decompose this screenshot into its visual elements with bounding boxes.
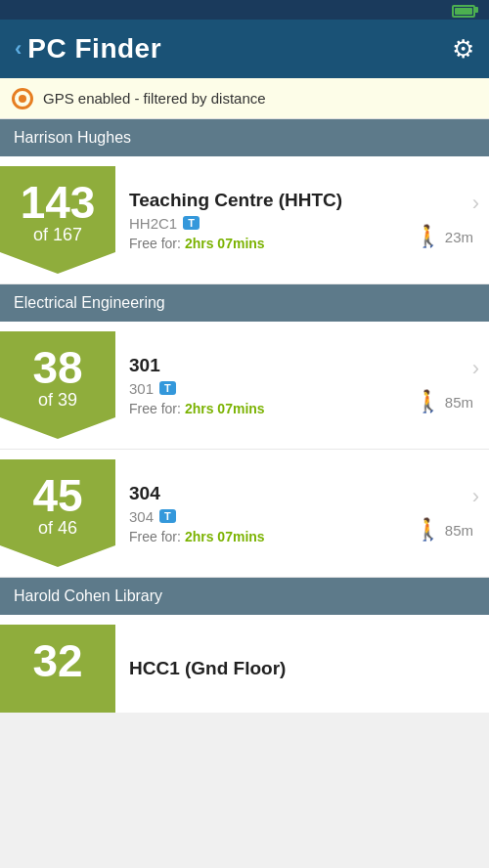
location-card-304[interactable]: 45 of 46 304 304 T Free for: 2hrs 07mins…	[0, 450, 489, 578]
distance-text-hhtc: 23m	[445, 229, 473, 245]
card-code-hhtc: HH2C1	[129, 215, 177, 232]
chevron-right-icon-301: ›	[472, 356, 479, 381]
card-distance-304: 🚶 85m	[415, 517, 473, 542]
free-row-304: Free for: 2hrs 07mins	[129, 529, 415, 544]
status-bar	[0, 0, 489, 20]
chevron-right-icon-hhtc: ›	[472, 191, 479, 216]
free-label-304: Free for:	[129, 529, 181, 544]
card-name-hcc1: HCC1 (Gnd Floor)	[129, 658, 286, 678]
gps-icon	[12, 88, 33, 109]
card-name-304: 304	[129, 483, 415, 504]
count-badge-304: 45 of 46	[0, 459, 115, 567]
tag-t-hhtc: T	[183, 216, 200, 230]
back-button[interactable]: ‹	[15, 36, 22, 62]
card-code-row-hhtc: HH2C1 T	[129, 215, 415, 232]
card-info-hcc1: HCC1 (Gnd Floor)	[129, 658, 479, 679]
header-left: ‹ PC Finder	[15, 33, 161, 65]
section-header-electrical-engineering: Electrical Engineering	[0, 284, 489, 322]
free-time-301: 2hrs 07mins	[185, 401, 265, 416]
gps-status-bar: GPS enabled - filtered by distance	[0, 78, 489, 119]
free-time-304: 2hrs 07mins	[185, 529, 265, 544]
card-name-301: 301	[129, 355, 415, 376]
section-title-electrical-engineering: Electrical Engineering	[14, 294, 165, 312]
free-row-301: Free for: 2hrs 07mins	[129, 401, 415, 416]
walk-icon-301: 🚶	[415, 389, 441, 414]
count-main-hhtc: 143	[21, 180, 96, 225]
card-distance-301: 🚶 85m	[415, 389, 473, 414]
app-header: ‹ PC Finder ⚙	[0, 20, 489, 78]
card-right-304: › 🚶 85m	[415, 484, 479, 542]
battery-indicator	[452, 4, 479, 17]
card-info-304: 304 304 T Free for: 2hrs 07mins	[129, 483, 415, 544]
count-badge-301: 38 of 39	[0, 331, 115, 439]
card-info-hhtc: Teaching Centre (HHTC) HH2C1 T Free for:…	[129, 190, 415, 251]
free-label-301: Free for:	[129, 401, 181, 416]
card-right-301: › 🚶 85m	[415, 356, 479, 414]
section-title-harrison-hughes: Harrison Hughes	[14, 129, 131, 147]
walk-icon-304: 🚶	[415, 517, 441, 542]
distance-text-301: 85m	[445, 394, 473, 411]
location-card-hcc1[interactable]: 32 HCC1 (Gnd Floor)	[0, 615, 489, 713]
count-sub-301: of 39	[38, 390, 77, 411]
count-main-hcc1: 32	[32, 638, 82, 683]
card-right-hhtc: › 🚶 23m	[415, 191, 479, 249]
app-title: PC Finder	[27, 33, 161, 65]
gps-text: GPS enabled - filtered by distance	[43, 90, 266, 107]
count-badge-hcc1: 32	[0, 625, 115, 713]
card-distance-hhtc: 🚶 23m	[415, 224, 473, 249]
card-info-301: 301 301 T Free for: 2hrs 07mins	[129, 355, 415, 416]
section-header-harold-cohen: Harold Cohen Library	[0, 578, 489, 615]
walk-icon-hhtc: 🚶	[415, 224, 441, 249]
tag-t-304: T	[159, 509, 176, 523]
location-card-301[interactable]: 38 of 39 301 301 T Free for: 2hrs 07mins…	[0, 322, 489, 450]
card-code-304: 304	[129, 508, 154, 525]
location-card-hhtc[interactable]: 143 of 167 Teaching Centre (HHTC) HH2C1 …	[0, 156, 489, 284]
count-sub-304: of 46	[38, 518, 77, 539]
free-time-hhtc: 2hrs 07mins	[185, 236, 265, 251]
free-row-hhtc: Free for: 2hrs 07mins	[129, 236, 415, 251]
count-main-304: 45	[32, 473, 82, 518]
card-name-hhtc: Teaching Centre (HHTC)	[129, 190, 415, 211]
card-code-301: 301	[129, 380, 154, 397]
chevron-right-icon-304: ›	[472, 484, 479, 509]
settings-gear-icon[interactable]: ⚙	[452, 34, 474, 65]
section-header-harrison-hughes: Harrison Hughes	[0, 119, 489, 156]
count-main-301: 38	[32, 345, 82, 390]
count-sub-hhtc: of 167	[33, 225, 82, 245]
free-label-hhtc: Free for:	[129, 236, 181, 251]
card-code-row-304: 304 T	[129, 508, 415, 525]
tag-t-301: T	[159, 381, 176, 395]
distance-text-304: 85m	[445, 522, 473, 539]
count-badge-hhtc: 143 of 167	[0, 166, 115, 274]
section-title-harold-cohen: Harold Cohen Library	[14, 587, 162, 605]
card-code-row-301: 301 T	[129, 380, 415, 397]
